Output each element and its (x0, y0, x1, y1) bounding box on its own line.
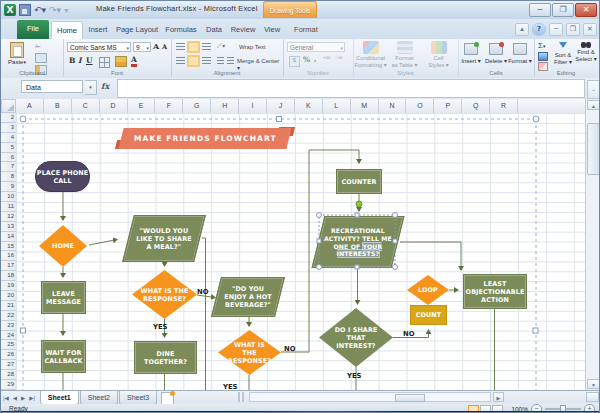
delete-cells-button[interactable]: Delete ▾ (484, 43, 508, 64)
row-header[interactable]: 14 (1, 232, 16, 242)
row-header[interactable]: 27 (1, 360, 16, 370)
name-box-dropdown-icon[interactable]: ▾ (85, 80, 97, 95)
scroll-right-icon[interactable]: ▶ (493, 392, 504, 402)
column-header[interactable]: F (155, 99, 183, 113)
column-header[interactable]: L (323, 99, 351, 113)
cell-styles-button[interactable]: CellStyles ▾ (422, 41, 455, 68)
scroll-up-icon[interactable]: ▲ (587, 100, 600, 110)
close-button[interactable]: ✕ (575, 3, 597, 17)
column-header[interactable]: G (183, 99, 211, 113)
row-header[interactable]: 17 (1, 261, 16, 271)
tab-home[interactable]: Home (51, 21, 83, 40)
vertical-scrollbar[interactable]: ▲ ▼ (585, 99, 600, 390)
row-header[interactable]: 8 (1, 172, 16, 182)
align-bottom-icon[interactable] (202, 43, 211, 51)
scroll-down-icon[interactable]: ▼ (587, 379, 600, 389)
underline-button[interactable]: U (86, 56, 93, 65)
grow-font-button[interactable]: A (153, 41, 159, 51)
shape-wait-for-callback[interactable]: WAIT FOR CALLBACK (41, 340, 86, 373)
wrap-text-button[interactable]: Wrap Text (239, 44, 266, 50)
maximize-button[interactable]: ❐ (552, 3, 574, 17)
column-header[interactable]: H (211, 99, 239, 113)
row-header[interactable]: 29 (1, 380, 16, 390)
row-header[interactable]: 28 (1, 370, 16, 380)
align-center-icon[interactable] (189, 57, 198, 65)
flowchart-title-banner[interactable]: MAKE FRIENDS FLOWCHART (118, 128, 291, 149)
column-header[interactable]: N (379, 99, 407, 113)
row-header[interactable]: 5 (1, 143, 16, 153)
tab-formulas[interactable]: Formulas (161, 21, 201, 39)
row-header[interactable]: 25 (1, 340, 16, 350)
row-header[interactable]: 12 (1, 212, 16, 222)
tab-split-handle[interactable] (238, 392, 244, 402)
sheet-tab-sheet2[interactable]: Sheet2 (80, 391, 118, 405)
row-header[interactable]: 18 (1, 271, 16, 281)
conditional-formatting-button[interactable]: ConditionalFormatting ▾ (354, 41, 387, 68)
next-sheet-icon[interactable]: ▶ (19, 392, 27, 405)
autosum-button[interactable]: Σ▾ (538, 41, 545, 50)
formula-bar-expand-icon[interactable]: ⌄ (587, 80, 600, 99)
tab-review[interactable]: Review (227, 21, 259, 39)
horizontal-scrollbar[interactable] (249, 392, 491, 402)
font-name-select[interactable]: Comic Sans MS▾ (67, 42, 131, 52)
row-header[interactable]: 9 (1, 182, 16, 192)
row-header[interactable]: 26 (1, 350, 16, 360)
font-size-select[interactable]: 9▾ (133, 42, 151, 52)
undo-button[interactable]: ↶▾ (34, 4, 46, 16)
tab-page-layout[interactable]: Page Layout (113, 21, 161, 39)
insert-cells-button[interactable]: Insert ▾ (459, 43, 483, 64)
shape-hot-beverage[interactable]: "DO YOU ENJOY A HOT BEVERAGE?" (211, 277, 285, 317)
fill-color-icon[interactable] (115, 56, 127, 67)
bold-button[interactable]: B (69, 56, 75, 65)
redo-button[interactable]: ↷▾ (49, 4, 61, 16)
row-header[interactable]: 16 (1, 251, 16, 261)
format-as-table-button[interactable]: Formatas Table ▾ (388, 41, 421, 68)
fill-icon[interactable] (538, 52, 548, 61)
minimize-ribbon-icon[interactable]: ▴ (515, 23, 529, 36)
doc-minimize-icon[interactable]: ─ (549, 23, 563, 36)
comma-style-button[interactable]: , (314, 54, 317, 63)
column-header[interactable]: A (16, 99, 44, 113)
tab-view[interactable]: View (259, 21, 285, 39)
row-header[interactable]: 23 (1, 321, 16, 331)
shape-count[interactable]: COUNT (410, 305, 447, 325)
row-header[interactable]: 4 (1, 133, 16, 143)
column-header[interactable]: D (100, 99, 128, 113)
column-header[interactable]: E (128, 99, 156, 113)
minimize-button[interactable]: ─ (529, 3, 551, 17)
insert-worksheet-icon[interactable] (161, 392, 174, 405)
save-icon[interactable] (19, 4, 31, 16)
borders-icon[interactable] (99, 57, 110, 68)
shape-share-meal[interactable]: "WOULD YOU LIKE TO SHARE A MEAL?" (122, 215, 206, 262)
row-header[interactable]: 19 (1, 281, 16, 291)
row-header[interactable]: 7 (1, 162, 16, 172)
shrink-font-button[interactable]: A (162, 43, 167, 51)
shape-leave-message[interactable]: LEAVE MESSAGE (41, 281, 86, 314)
column-header[interactable]: C (72, 99, 100, 113)
column-header[interactable]: J (267, 99, 295, 113)
row-header[interactable]: 13 (1, 222, 16, 232)
column-header[interactable]: O (406, 99, 434, 113)
column-header[interactable]: I (239, 99, 267, 113)
paste-button[interactable]: Paste▾ (4, 41, 30, 69)
row-header[interactable]: 21 (1, 301, 16, 311)
shape-least-objectionable-action[interactable]: LEAST OBJECTIONABLE ACTION (463, 274, 527, 309)
row-header[interactable]: 2 (1, 113, 16, 123)
format-cells-button[interactable]: Format ▾ (508, 43, 532, 64)
italic-button[interactable]: I (78, 56, 82, 65)
excel-logo-icon[interactable]: X (4, 4, 16, 16)
column-header[interactable]: K (295, 99, 323, 113)
accounting-format-icon[interactable]: $ (289, 56, 300, 67)
align-top-icon[interactable] (176, 43, 185, 51)
prev-sheet-icon[interactable]: ◀ (11, 392, 19, 405)
decrease-indent-icon[interactable] (217, 57, 224, 65)
qat-customize-button[interactable]: ▾ (64, 6, 68, 15)
tab-file[interactable]: File (17, 20, 49, 39)
last-sheet-icon[interactable]: ▶| (27, 392, 37, 405)
percent-style-button[interactable]: % (303, 55, 310, 64)
increase-indent-icon[interactable] (227, 57, 234, 65)
sheet-tab-sheet3[interactable]: Sheet3 (119, 391, 157, 405)
align-middle-icon[interactable] (189, 43, 198, 51)
find-select-button[interactable]: Find &Select ▾ (575, 42, 597, 62)
shape-dine-together[interactable]: DINE TOGETHER? (134, 341, 197, 374)
